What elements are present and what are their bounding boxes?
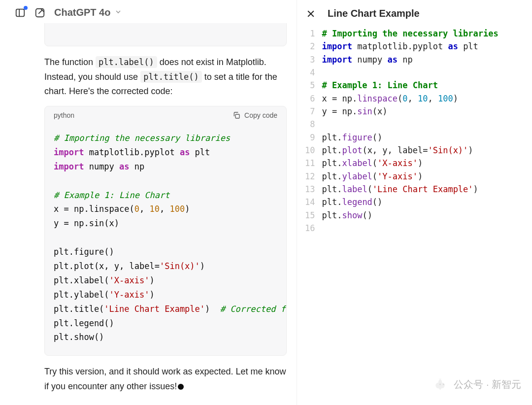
close-panel-button[interactable] (306, 9, 316, 19)
model-name: ChatGPT 4o (54, 7, 110, 18)
panel-title: Line Chart Example (328, 8, 420, 19)
streaming-cursor-icon (178, 384, 184, 390)
code-editor[interactable]: 12345678910111213141516 # Importing the … (297, 24, 532, 405)
copy-code-button[interactable]: Copy code (233, 111, 277, 119)
code-block-partial: Copy code (44, 23, 287, 46)
svg-rect-4 (235, 114, 239, 118)
code-content[interactable] (45, 23, 286, 46)
code-block: python Copy code # Importing the necessa… (44, 106, 287, 356)
assistant-message-text: Try this version, and it should work as … (44, 365, 287, 394)
model-picker[interactable]: ChatGPT 4o (54, 7, 122, 18)
code-content[interactable]: # Importing the necessary libraries impo… (45, 124, 286, 355)
inline-code: plt.label() (96, 56, 157, 68)
line-number-gutter: 12345678910111213141516 (305, 27, 322, 405)
assistant-message-text: The function plt.label() does not exist … (44, 55, 287, 99)
inline-code: plt.title() (140, 71, 202, 83)
sidebar-toggle-icon[interactable] (15, 7, 26, 18)
svg-rect-0 (16, 9, 25, 16)
editor-code-content[interactable]: # Importing the necessary librariesimpor… (322, 27, 498, 405)
copy-code-label: Copy code (244, 111, 277, 119)
code-lang-label: python (54, 111, 74, 119)
new-chat-icon[interactable] (34, 7, 45, 18)
chevron-down-icon (114, 7, 122, 18)
